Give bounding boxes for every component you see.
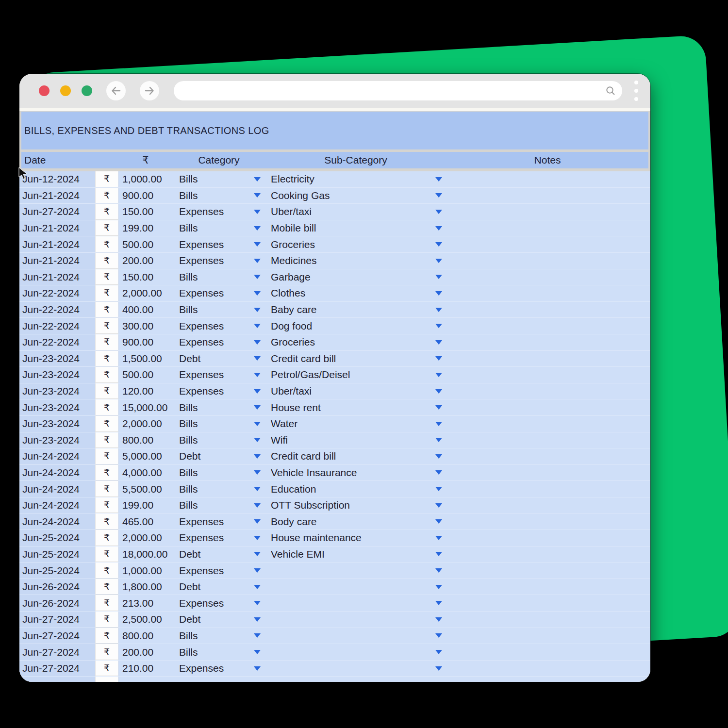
dropdown-arrow-icon[interactable] — [435, 389, 442, 394]
amount-cell[interactable]: 150.00 — [118, 204, 173, 220]
currency-cell[interactable]: ₹ — [95, 220, 118, 236]
amount-cell[interactable]: 800.00 — [118, 628, 173, 644]
amount-cell[interactable]: 200.00 — [118, 644, 173, 660]
notes-cell[interactable] — [447, 236, 650, 252]
currency-cell[interactable]: ₹ — [95, 285, 118, 301]
currency-cell[interactable]: ₹ — [95, 595, 118, 611]
subcategory-cell[interactable] — [265, 661, 447, 677]
category-cell[interactable]: Expenses — [173, 661, 265, 677]
minimize-window-icon[interactable] — [60, 85, 71, 96]
dropdown-arrow-icon[interactable] — [254, 568, 261, 573]
notes-cell[interactable] — [447, 513, 650, 529]
dropdown-arrow-icon[interactable] — [435, 454, 442, 459]
dropdown-arrow-icon[interactable] — [254, 503, 261, 508]
dropdown-arrow-icon[interactable] — [254, 291, 261, 296]
date-cell[interactable]: Jun-27-2024 — [19, 204, 95, 220]
amount-cell[interactable]: 1,800.00 — [118, 579, 173, 595]
subcategory-cell[interactable]: Uber/taxi — [265, 383, 447, 399]
dropdown-arrow-icon[interactable] — [435, 193, 442, 198]
subcategory-cell[interactable] — [265, 644, 447, 660]
date-cell[interactable]: Jun-27-2024 — [19, 628, 95, 644]
notes-cell[interactable] — [447, 334, 650, 350]
subcategory-cell[interactable]: Baby care — [265, 302, 447, 318]
column-header-date[interactable]: Date — [21, 154, 95, 166]
currency-cell[interactable]: ₹ — [95, 579, 118, 595]
subcategory-cell[interactable]: Water — [265, 416, 447, 432]
category-cell[interactable]: Bills — [173, 465, 265, 481]
subcategory-cell[interactable]: Medicines — [265, 253, 447, 269]
notes-cell[interactable] — [447, 416, 650, 432]
category-cell[interactable] — [173, 677, 265, 682]
subcategory-cell[interactable] — [265, 612, 447, 628]
browser-menu-button[interactable] — [631, 81, 642, 101]
subcategory-cell[interactable]: OTT Subscription — [265, 497, 447, 513]
amount-cell[interactable]: 800.00 — [118, 432, 173, 448]
category-cell[interactable]: Expenses — [173, 204, 265, 220]
dropdown-arrow-icon[interactable] — [435, 242, 442, 247]
subcategory-cell[interactable]: Uber/taxi — [265, 204, 447, 220]
date-cell[interactable]: Jun-22-2024 — [19, 334, 95, 350]
currency-cell[interactable]: ₹ — [95, 318, 118, 334]
dropdown-arrow-icon[interactable] — [254, 177, 261, 182]
category-cell[interactable]: Bills — [173, 220, 265, 236]
dropdown-arrow-icon[interactable] — [435, 666, 442, 671]
dropdown-arrow-icon[interactable] — [435, 308, 442, 312]
category-cell[interactable]: Bills — [173, 432, 265, 448]
category-cell[interactable]: Debt — [173, 612, 265, 628]
date-cell[interactable]: Jun-27-2024 — [19, 644, 95, 660]
date-cell[interactable]: Jun-27-2024 — [19, 661, 95, 677]
search-icon[interactable] — [605, 85, 616, 98]
category-cell[interactable]: Expenses — [173, 334, 265, 350]
category-cell[interactable]: Debt — [173, 351, 265, 367]
currency-cell[interactable]: ₹ — [95, 644, 118, 660]
currency-cell[interactable]: ₹ — [95, 661, 118, 677]
amount-cell[interactable]: 1,000.00 — [118, 171, 173, 187]
notes-cell[interactable] — [447, 497, 650, 513]
category-cell[interactable]: Bills — [173, 171, 265, 187]
amount-cell[interactable]: 400.00 — [118, 302, 173, 318]
category-cell[interactable]: Bills — [173, 497, 265, 513]
subcategory-cell[interactable] — [265, 579, 447, 595]
subcategory-cell[interactable]: Credit card bill — [265, 448, 447, 464]
currency-cell[interactable]: ₹ — [95, 204, 118, 220]
currency-cell[interactable]: ₹ — [95, 351, 118, 367]
dropdown-arrow-icon[interactable] — [254, 193, 261, 198]
subcategory-cell[interactable]: Clothes — [265, 285, 447, 301]
date-cell[interactable]: Jun-26-2024 — [19, 595, 95, 611]
currency-cell[interactable]: ₹ — [95, 481, 118, 497]
date-cell[interactable]: Jun-23-2024 — [19, 432, 95, 448]
currency-cell[interactable]: ₹ — [95, 171, 118, 187]
subcategory-cell[interactable]: Dog food — [265, 318, 447, 334]
subcategory-cell[interactable]: Groceries — [265, 334, 447, 350]
date-cell[interactable]: Jun-26-2024 — [19, 579, 95, 595]
dropdown-arrow-icon[interactable] — [435, 259, 442, 263]
column-header-subcategory[interactable]: Sub-Category — [265, 154, 447, 166]
dropdown-arrow-icon[interactable] — [435, 585, 442, 589]
notes-cell[interactable] — [447, 302, 650, 318]
currency-cell[interactable]: ₹ — [95, 383, 118, 399]
dropdown-arrow-icon[interactable] — [254, 259, 261, 263]
dropdown-arrow-icon[interactable] — [435, 324, 442, 328]
dropdown-arrow-icon[interactable] — [254, 275, 261, 279]
amount-cell[interactable]: 5,500.00 — [118, 481, 173, 497]
category-cell[interactable]: Bills — [173, 628, 265, 644]
notes-cell[interactable] — [447, 399, 650, 415]
dropdown-arrow-icon[interactable] — [435, 470, 442, 475]
amount-cell[interactable]: 500.00 — [118, 367, 173, 383]
subcategory-cell[interactable]: Groceries — [265, 236, 447, 252]
category-cell[interactable]: Expenses — [173, 563, 265, 579]
forward-button[interactable] — [140, 81, 159, 100]
dropdown-arrow-icon[interactable] — [254, 405, 261, 410]
notes-cell[interactable] — [447, 595, 650, 611]
amount-cell[interactable]: 2,000.00 — [118, 530, 173, 546]
date-cell[interactable]: Jun-24-2024 — [19, 513, 95, 529]
subcategory-cell[interactable]: House rent — [265, 399, 447, 415]
notes-cell[interactable] — [447, 661, 650, 677]
subcategory-cell[interactable]: Vehicle EMI — [265, 546, 447, 563]
amount-cell[interactable]: 4,000.00 — [118, 465, 173, 481]
currency-cell[interactable]: ₹ — [95, 563, 118, 579]
amount-cell[interactable]: 1,000.00 — [118, 563, 173, 579]
category-cell[interactable]: Debt — [173, 579, 265, 595]
maximize-window-icon[interactable] — [82, 85, 92, 96]
currency-cell[interactable]: ₹ — [95, 253, 118, 269]
